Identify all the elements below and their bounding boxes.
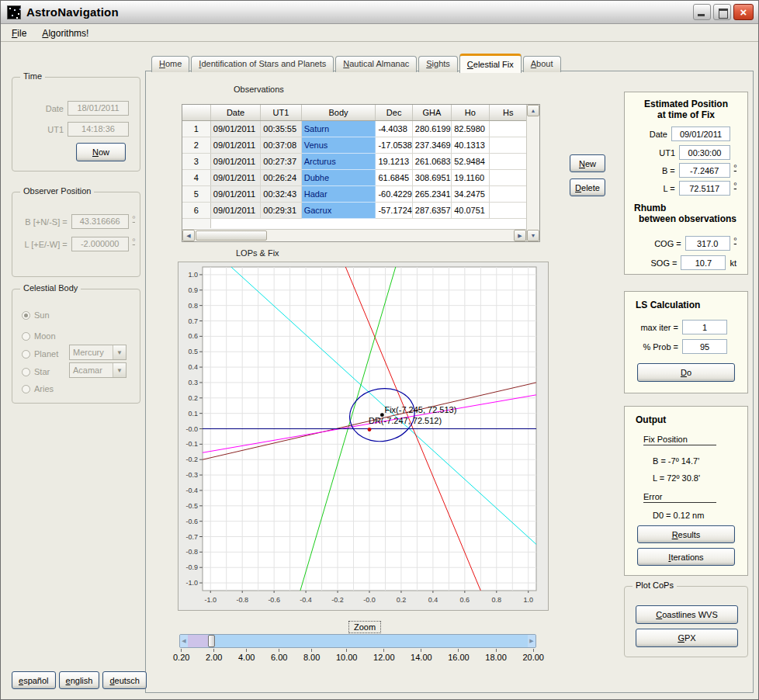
cell-body[interactable]: Gacrux [301,202,376,218]
cell-body[interactable]: Venus [301,137,376,153]
now-button[interactable]: Now [76,143,126,161]
row-number[interactable]: 3 [182,153,210,169]
coastlines-wvs-button[interactable]: Coastlines WVS [636,605,738,624]
column-header-date[interactable]: Date [210,105,261,120]
cell-date[interactable]: 09/01/2011 [210,169,261,185]
cell-ho[interactable]: 34.2475 [452,185,489,202]
cell-body[interactable]: Arcturus [301,153,376,169]
minimize-button[interactable] [693,4,711,20]
cell-ut1[interactable]: 00:27:37 [261,153,301,169]
maxiter-input[interactable] [682,320,727,334]
cell-hs[interactable] [489,137,526,153]
menu-algorithms[interactable]: Algorithms! [36,26,95,40]
delete-button[interactable]: Delete [570,178,605,196]
menu-file[interactable]: File [5,26,33,40]
cell-date[interactable]: 09/01/2011 [210,202,261,218]
scroll-up-icon[interactable]: ▲ [527,105,539,116]
cell-gha[interactable]: 265.2341 [412,185,451,202]
cell-ut1[interactable]: 00:35:55 [261,120,301,137]
tab-home[interactable]: Home [151,56,189,72]
sog-input[interactable] [681,255,726,270]
cell-gha[interactable]: 237.3469 [412,137,451,153]
cell-ho[interactable]: 19.1160 [452,169,489,185]
cell-gha[interactable]: 261.0683 [412,153,451,169]
tab-celestial-fix[interactable]: Celestial Fix [459,54,522,73]
tab-about[interactable]: About [523,56,561,72]
slider-lower-track[interactable] [188,635,208,647]
cell-date[interactable]: 09/01/2011 [210,120,261,137]
table-row[interactable]: 109/01/201100:35:55Saturn-4.4038280.6199… [182,120,526,137]
cell-ut1[interactable]: 00:26:24 [261,169,301,185]
lop-plot-panel[interactable]: Fix(-7.245, 72.513)DR(-7.247, 72.512)-1.… [178,262,549,611]
row-number[interactable]: 1 [182,120,210,137]
column-header-ut1[interactable]: UT1 [261,105,301,120]
iterations-button[interactable]: Iterations [637,548,735,566]
cell-date[interactable]: 09/01/2011 [210,185,261,202]
scroll-right-icon[interactable]: ▶ [514,230,526,241]
cell-hs[interactable] [489,202,526,218]
cell-ut1[interactable]: 00:29:31 [261,202,301,218]
column-header-gha[interactable]: GHA [412,105,451,120]
slider-right-arrow-icon[interactable]: ▶ [528,635,535,647]
prob-input[interactable] [682,339,727,354]
cell-body[interactable]: Dubhe [301,169,376,185]
scroll-left-icon[interactable]: ◀ [182,230,195,241]
column-header-hs[interactable]: Hs [489,105,526,120]
cell-dec[interactable]: 19.1213 [376,153,412,169]
table-row[interactable]: 309/01/201100:27:37Arcturus19.1213261.06… [182,153,526,169]
results-button[interactable]: Results [637,525,735,543]
table-row[interactable]: 409/01/201100:26:24Dubhe61.6845308.69511… [182,169,526,185]
cell-gha[interactable]: 308.6951 [412,169,451,185]
cell-ho[interactable]: 52.9484 [452,153,489,169]
cell-ho[interactable]: 82.5980 [452,120,489,137]
zoom-slider[interactable]: ◀ ▶ [179,634,536,648]
cell-hs[interactable] [489,185,526,202]
cell-hs[interactable] [489,120,526,137]
english-button[interactable]: english [59,671,100,689]
cell-date[interactable]: 09/01/2011 [210,137,261,153]
tab-identification[interactable]: Identification of Stars and Planets [191,56,334,72]
est-b-input[interactable] [679,163,730,178]
scroll-down-icon[interactable]: ▼ [527,230,539,241]
spanish-button[interactable]: español [12,671,56,689]
cell-hs[interactable] [489,169,526,185]
est-l-input[interactable] [679,181,730,196]
cell-ho[interactable]: 40.0751 [452,202,489,218]
column-header-body[interactable]: Body [301,105,376,120]
est-ut1-input[interactable] [679,145,730,160]
slider-left-arrow-icon[interactable]: ◀ [180,635,188,647]
cell-hs[interactable] [489,153,526,169]
row-number[interactable]: 4 [182,169,210,185]
horizontal-scrollbar[interactable]: ◀ ▶ [182,229,526,241]
cell-dec[interactable]: -57.1724 [376,202,412,218]
cell-dec[interactable]: -4.4038 [376,120,412,137]
table-row[interactable]: 209/01/201100:37:08Venus-17.0538237.3469… [182,137,526,153]
cell-ho[interactable]: 40.1313 [452,137,489,153]
slider-thumb[interactable] [208,635,215,647]
cell-dec[interactable]: -60.4229 [376,185,412,202]
new-button[interactable]: New [570,154,605,172]
cell-ut1[interactable]: 00:32:43 [261,185,301,202]
tab-sights[interactable]: Sights [418,56,458,72]
cell-dec[interactable]: -17.0538 [376,137,412,153]
cog-input[interactable] [685,236,730,251]
column-header-ho[interactable]: Ho [452,105,489,120]
slider-upper-track[interactable] [215,635,528,647]
table-row[interactable]: 609/01/201100:29:31Gacrux-57.1724287.635… [182,202,526,218]
cell-date[interactable]: 09/01/2011 [210,153,261,169]
empty-row[interactable] [182,218,526,228]
do-button[interactable]: Do [637,363,735,382]
cell-body[interactable]: Saturn [301,120,376,137]
tab-nautical-almanac[interactable]: Nautical Almanac [335,56,417,72]
est-date-input[interactable] [671,126,730,141]
row-number[interactable]: 6 [182,202,210,218]
gpx-button[interactable]: GPX [636,629,738,647]
horizontal-scroll-thumb[interactable] [196,230,267,241]
corner-header[interactable] [182,105,210,120]
cell-dec[interactable]: 61.6845 [376,169,412,185]
cell-gha[interactable]: 280.6199 [412,120,451,137]
row-number[interactable]: 2 [182,137,210,153]
column-header-dec[interactable]: Dec [376,105,412,120]
cell-gha[interactable]: 287.6357 [412,202,451,218]
cell-body[interactable]: Hadar [301,185,376,202]
